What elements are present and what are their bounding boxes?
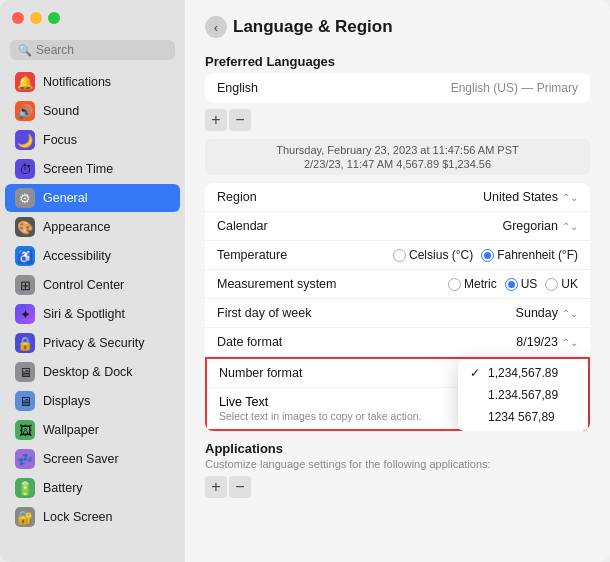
wallpaper-icon: 🖼 xyxy=(15,420,35,440)
dropdown-option-0[interactable]: ✓ 1,234,567.89 xyxy=(458,362,588,384)
metric-radio[interactable] xyxy=(448,278,461,291)
number-format-section: Number format 1,234,567.89 ⌃⌄ ✓ 1,234,56… xyxy=(205,357,590,431)
celsius-option[interactable]: Celsius (°C) xyxy=(393,248,473,262)
window-controls xyxy=(12,12,60,24)
live-text-label: Live Text xyxy=(219,395,268,409)
remove-language-button[interactable]: − xyxy=(229,109,251,131)
metric-option[interactable]: Metric xyxy=(448,277,497,291)
sidebar-item-privacy[interactable]: 🔒 Privacy & Security xyxy=(5,329,180,357)
sidebar-item-controlcenter[interactable]: ⊞ Control Center xyxy=(5,271,180,299)
sound-icon: 🔊 xyxy=(15,101,35,121)
fahrenheit-radio[interactable] xyxy=(481,249,494,262)
sidebar-item-desktop[interactable]: 🖥 Desktop & Dock xyxy=(5,358,180,386)
minimize-button[interactable] xyxy=(30,12,42,24)
controlcenter-icon: ⊞ xyxy=(15,275,35,295)
measurement-label: Measurement system xyxy=(217,277,336,291)
format-preview: Thursday, February 23, 2023 at 11:47:56 … xyxy=(205,139,590,175)
calendar-arrow: ⌃⌄ xyxy=(562,221,578,232)
uk-radio[interactable] xyxy=(545,278,558,291)
dropdown-option-1[interactable]: 1.234.567,89 xyxy=(458,384,588,406)
uk-option[interactable]: UK xyxy=(545,277,578,291)
sidebar-item-screentime[interactable]: ⏱ Screen Time xyxy=(5,155,180,183)
setting-row-measurement: Measurement system Metric US xyxy=(205,270,590,299)
sidebar-item-general[interactable]: ⚙ General xyxy=(5,184,180,212)
sidebar-item-focus[interactable]: 🌙 Focus xyxy=(5,126,180,154)
applications-title: Applications xyxy=(205,441,590,456)
sidebar-label-wallpaper: Wallpaper xyxy=(43,423,99,437)
sidebar-label-privacy: Privacy & Security xyxy=(43,336,144,350)
sidebar-item-sound[interactable]: 🔊 Sound xyxy=(5,97,180,125)
sidebar-item-wallpaper[interactable]: 🖼 Wallpaper xyxy=(5,416,180,444)
language-block: English English (US) — Primary xyxy=(205,73,590,103)
sidebar-item-appearance[interactable]: 🎨 Appearance xyxy=(5,213,180,241)
measurement-radio-group: Metric US UK xyxy=(448,277,578,291)
appearance-icon: 🎨 xyxy=(15,217,35,237)
displays-icon: 🖥 xyxy=(15,391,35,411)
sidebar: 🔍 🔔 Notifications 🔊 Sound 🌙 Focus ⏱ Scre… xyxy=(0,0,185,562)
setting-row-region: Region United States ⌃⌄ xyxy=(205,183,590,212)
sidebar-item-accessibility[interactable]: ♿ Accessibility xyxy=(5,242,180,270)
language-row: English English (US) — Primary xyxy=(217,81,578,95)
add-app-button[interactable]: + xyxy=(205,476,227,498)
sidebar-item-siri[interactable]: ✦ Siri & Spotlight xyxy=(5,300,180,328)
sidebar-label-controlcenter: Control Center xyxy=(43,278,124,292)
maximize-button[interactable] xyxy=(48,12,60,24)
temperature-options: Celsius (°C) Fahrenheit (°F) xyxy=(393,248,578,262)
measurement-options: Metric US UK xyxy=(448,277,578,291)
privacy-icon: 🔒 xyxy=(15,333,35,353)
settings-container: Region United States ⌃⌄ Calendar Gregori… xyxy=(205,183,590,431)
page-title: Language & Region xyxy=(233,17,393,37)
dateformat-value[interactable]: 8/19/23 ⌃⌄ xyxy=(516,335,578,349)
sidebar-item-displays[interactable]: 🖥 Displays xyxy=(5,387,180,415)
us-radio[interactable] xyxy=(505,278,518,291)
sidebar-item-notifications[interactable]: 🔔 Notifications xyxy=(5,68,180,96)
sidebar-label-sound: Sound xyxy=(43,104,79,118)
main-content: ‹ Language & Region Preferred Languages … xyxy=(185,0,610,562)
preview-date-line: Thursday, February 23, 2023 at 11:47:56 … xyxy=(217,144,578,156)
setting-row-firstday: First day of week Sunday ⌃⌄ xyxy=(205,299,590,328)
dropdown-option-2[interactable]: 1234 567,89 xyxy=(458,406,588,428)
sidebar-label-general: General xyxy=(43,191,87,205)
firstday-value[interactable]: Sunday ⌃⌄ xyxy=(516,306,578,320)
number-format-dropdown[interactable]: ✓ 1,234,567.89 1.234.567,89 1234 567,89 xyxy=(458,359,588,431)
close-button[interactable] xyxy=(12,12,24,24)
temperature-label: Temperature xyxy=(217,248,327,262)
search-icon: 🔍 xyxy=(18,44,32,57)
sidebar-item-battery[interactable]: 🔋 Battery xyxy=(5,474,180,502)
applications-description: Customize language settings for the foll… xyxy=(205,458,590,470)
back-button[interactable]: ‹ xyxy=(205,16,227,38)
screensaver-icon: 💤 xyxy=(15,449,35,469)
region-value[interactable]: United States ⌃⌄ xyxy=(483,190,578,204)
add-remove-row: + − xyxy=(205,109,590,131)
fahrenheit-option[interactable]: Fahrenheit (°F) xyxy=(481,248,578,262)
region-arrow: ⌃⌄ xyxy=(562,192,578,203)
search-input[interactable] xyxy=(36,43,167,57)
settings-table: Region United States ⌃⌄ Calendar Gregori… xyxy=(205,183,590,431)
add-language-button[interactable]: + xyxy=(205,109,227,131)
sidebar-label-focus: Focus xyxy=(43,133,77,147)
search-bar[interactable]: 🔍 xyxy=(10,40,175,60)
preferred-languages-title: Preferred Languages xyxy=(205,54,590,69)
celsius-radio[interactable] xyxy=(393,249,406,262)
sidebar-label-accessibility: Accessibility xyxy=(43,249,111,263)
setting-row-dateformat: Date format 8/19/23 ⌃⌄ xyxy=(205,328,590,357)
calendar-value[interactable]: Gregorian ⌃⌄ xyxy=(502,219,578,233)
sidebar-label-appearance: Appearance xyxy=(43,220,110,234)
sidebar-item-lockscreen[interactable]: 🔐 Lock Screen xyxy=(5,503,180,531)
sidebar-label-displays: Displays xyxy=(43,394,90,408)
firstday-arrow: ⌃⌄ xyxy=(562,308,578,319)
app-add-remove-row: + − xyxy=(205,476,590,498)
sidebar-label-desktop: Desktop & Dock xyxy=(43,365,133,379)
sidebar-label-siri: Siri & Spotlight xyxy=(43,307,125,321)
us-option[interactable]: US xyxy=(505,277,538,291)
sidebar-item-screensaver[interactable]: 💤 Screen Saver xyxy=(5,445,180,473)
sidebar-label-notifications: Notifications xyxy=(43,75,111,89)
screentime-icon: ⏱ xyxy=(15,159,35,179)
battery-icon: 🔋 xyxy=(15,478,35,498)
notifications-icon: 🔔 xyxy=(15,72,35,92)
temperature-radio-group: Celsius (°C) Fahrenheit (°F) xyxy=(393,248,578,262)
general-icon: ⚙ xyxy=(15,188,35,208)
sidebar-label-lockscreen: Lock Screen xyxy=(43,510,112,524)
remove-app-button[interactable]: − xyxy=(229,476,251,498)
applications-section: Applications Customize language settings… xyxy=(205,441,590,506)
